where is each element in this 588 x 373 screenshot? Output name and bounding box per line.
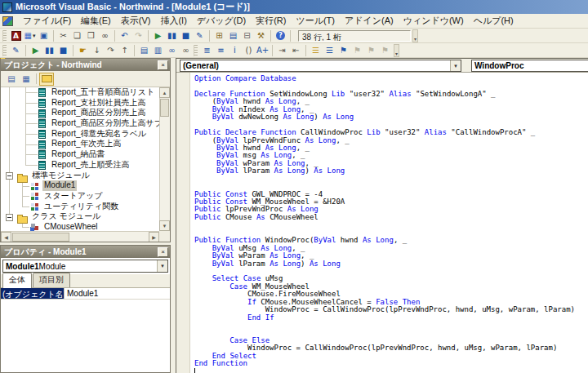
reset-button-2[interactable]: ■ — [56, 44, 70, 57]
project-tree-item[interactable]: Report_商品区分別売上高サブレポー — [1, 118, 159, 129]
next-bookmark-button[interactable]: ⚑ — [350, 44, 364, 57]
step-out-button[interactable]: ↑ — [118, 44, 131, 57]
property-name-cell[interactable]: (オブジェクト名) — [1, 288, 65, 299]
outdent-button[interactable]: ⇤ — [289, 44, 303, 57]
immediate-window-button[interactable]: ▥ — [151, 44, 165, 57]
chevron-down-icon[interactable]: ▼ — [157, 260, 167, 272]
toolbox-button[interactable]: ⚒ — [254, 29, 268, 42]
tree-vertical-scrollbar[interactable]: ▲ ▼ — [159, 87, 170, 231]
break-button-2[interactable]: ▮▮ — [42, 44, 56, 57]
indent-button[interactable]: ⇥ — [275, 44, 289, 57]
list-properties-button[interactable]: ≣ — [200, 44, 214, 57]
tab-categorized[interactable]: 項目別 — [33, 273, 70, 287]
tab-alphabetic[interactable]: 全体 — [2, 273, 32, 288]
toolbar-overflow-handle[interactable]: ▾ — [412, 29, 418, 42]
clear-bookmarks-button[interactable]: ⚑ — [378, 44, 392, 57]
run-button[interactable]: ▶ — [151, 29, 165, 42]
project-tree-item[interactable]: Report_売上順受注高 — [1, 160, 159, 171]
properties-window-button[interactable]: ▤ — [226, 29, 240, 42]
paste-button[interactable]: ❒ — [84, 29, 98, 42]
menu-item-7[interactable]: アドイン(A) — [340, 13, 399, 29]
code-line[interactable] — [176, 221, 588, 229]
project-tree-item[interactable]: CMouseWheel — [1, 222, 159, 231]
menu-item-4[interactable]: デバッグ(D) — [192, 13, 251, 29]
scroll-right-button[interactable]: ▶ — [149, 232, 159, 242]
window-titlebar[interactable]: Microsoft Visual Basic - Northwind - [Mo… — [0, 0, 588, 14]
toggle-folders-button[interactable] — [39, 73, 54, 86]
toggle-bookmark-button[interactable]: ⚑ — [336, 44, 350, 57]
code-line[interactable]: ByVal dwNewLong As Long) As Long — [176, 113, 588, 121]
toggle-breakpoint-button[interactable]: ☛ — [76, 44, 90, 57]
toolbar-grip[interactable] — [2, 30, 7, 42]
project-tree-item[interactable]: Report_商品区分別売上高 — [1, 108, 159, 118]
module-window-icon[interactable] — [2, 16, 13, 26]
save-button[interactable]: ▣ — [37, 29, 51, 42]
scroll-thumb[interactable] — [12, 233, 69, 242]
parameter-info-button[interactable]: () — [242, 44, 256, 57]
object-dropdown[interactable]: (General) ▼ — [180, 60, 461, 72]
scroll-down-button[interactable]: ▼ — [159, 220, 170, 231]
code-line[interactable]: Option Compare Database — [176, 75, 588, 82]
menu-item-5[interactable]: 実行(R) — [251, 13, 291, 29]
code-line[interactable]: ByVal lParam As Long) As Long — [176, 260, 588, 268]
property-row[interactable]: (オブジェクト名) Module1 — [1, 288, 170, 300]
procedure-dropdown[interactable]: WindowProc — [471, 60, 588, 72]
project-panel-caption[interactable]: プロジェクト - Northwind × — [1, 59, 170, 71]
menu-item-1[interactable]: 編集(E) — [76, 13, 116, 29]
project-tree-item[interactable]: Module1 — [1, 180, 159, 191]
object-selector-combo[interactable]: Module1 Module ▼ — [2, 260, 168, 273]
close-icon[interactable]: × — [158, 247, 168, 257]
menu-item-9[interactable]: ヘルプ(H) — [469, 13, 519, 29]
view-code-button[interactable]: ▤ — [4, 73, 19, 86]
collapse-icon[interactable] — [6, 214, 13, 221]
list-constants-button[interactable]: ≡ — [214, 44, 228, 57]
redo-button[interactable]: ↷ — [131, 29, 145, 42]
locals-window-button[interactable]: ▤ — [137, 44, 151, 57]
project-explorer-button[interactable]: ⊞ — [212, 29, 226, 42]
view-microsoft-access-button[interactable]: A — [9, 29, 23, 42]
chevron-down-icon[interactable]: ▾ — [33, 33, 36, 39]
code-line[interactable]: End If — [176, 314, 588, 322]
complete-word-button[interactable]: A+ — [256, 44, 270, 57]
undo-button[interactable]: ↶ — [118, 29, 131, 42]
copy-button[interactable]: ❏ — [70, 29, 84, 42]
menu-item-6[interactable]: ツール(T) — [291, 13, 340, 29]
code-line[interactable] — [176, 175, 588, 183]
scroll-left-button[interactable]: ◀ — [1, 232, 11, 242]
property-value-cell[interactable]: Module1 — [65, 288, 170, 299]
previous-bookmark-button[interactable]: ⚑ — [364, 44, 378, 57]
project-tree-item[interactable]: クラス モジュール — [1, 211, 159, 222]
view-object-button[interactable]: ▦ — [19, 73, 33, 86]
code-line[interactable]: Public CMouse As CMouseWheel — [176, 214, 588, 221]
toolbar-grip[interactable] — [2, 45, 7, 56]
step-into-button[interactable]: ↓ — [90, 44, 104, 57]
chevron-down-icon[interactable]: ▼ — [450, 60, 461, 71]
watch-window-button[interactable]: ∞ — [165, 44, 179, 57]
code-line[interactable]: ByVal lParam As Long) As Long — [176, 167, 588, 175]
project-tree-item[interactable]: Report_年次売上高 — [1, 139, 159, 149]
object-browser-button[interactable]: ⊟ — [240, 29, 254, 42]
close-icon[interactable]: × — [158, 60, 168, 70]
menu-item-0[interactable]: ファイル(F) — [18, 13, 76, 29]
project-tree-item[interactable]: Report_得意先宛名ラベル — [1, 129, 159, 140]
step-over-button[interactable]: ↷ — [104, 44, 118, 57]
collapse-icon[interactable] — [6, 172, 13, 180]
code-line[interactable]: End Function — [176, 360, 588, 367]
menu-item-3[interactable]: 挿入(I) — [155, 13, 191, 29]
code-editor[interactable]: Option Compare Database Declare Function… — [176, 73, 588, 373]
menu-item-8[interactable]: ウィンドウ(W) — [399, 13, 469, 29]
project-tree-item[interactable]: スタートアップ — [1, 191, 159, 202]
run-button-2[interactable]: ▶ — [29, 44, 42, 57]
comment-block-button[interactable]: ☰ — [309, 44, 323, 57]
project-tree-item[interactable]: 標準モジュール — [1, 171, 159, 181]
properties-panel-caption[interactable]: プロパティ - Module1 × — [1, 246, 170, 258]
code-line[interactable] — [176, 322, 588, 329]
tree-horizontal-scrollbar[interactable]: ◀ ▶ — [1, 231, 159, 242]
find-button[interactable]: ∞ — [98, 29, 112, 42]
design-mode-button-2[interactable]: ✎ — [9, 44, 23, 57]
break-button[interactable]: ▮▮ — [165, 29, 179, 42]
toolbar-grip[interactable] — [194, 45, 198, 56]
uncomment-block-button[interactable]: ☰ — [323, 44, 336, 57]
quick-watch-button[interactable]: ∞ — [179, 44, 193, 57]
reset-button[interactable]: ■ — [179, 29, 193, 42]
